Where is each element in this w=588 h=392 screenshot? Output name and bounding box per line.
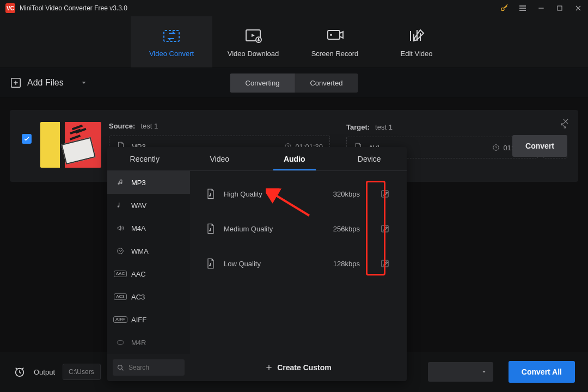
- svg-point-16: [118, 365, 122, 369]
- format-picker: Recently Video Audio Device MP3 WAV M4A …: [107, 147, 407, 381]
- format-picker-tabs: Recently Video Audio Device: [107, 147, 407, 171]
- picker-quality-item[interactable]: High Quality 320kbps: [190, 176, 407, 211]
- picker-quality-item[interactable]: Low Quality 128kbps: [190, 246, 407, 281]
- picker-format-item[interactable]: MP3: [107, 171, 190, 194]
- convert-icon: [162, 27, 181, 45]
- tab-edit-video-label: Edit Video: [400, 50, 432, 58]
- create-custom-label: Create Custom: [277, 363, 332, 372]
- picker-tab-recently[interactable]: Recently: [107, 147, 182, 170]
- window-close-icon[interactable]: [574, 4, 583, 13]
- download-icon: [244, 27, 262, 45]
- target-label: Target:: [346, 123, 370, 131]
- format-search[interactable]: [113, 359, 185, 376]
- search-icon: [117, 364, 124, 371]
- music-note-icon: [115, 201, 126, 210]
- file-thumbnail: [40, 122, 101, 168]
- music-note-icon: [115, 178, 126, 187]
- status-segment: Converting Converted: [230, 74, 358, 93]
- source-filename: test 1: [140, 122, 158, 130]
- picker-format-item[interactable]: AC3 AC3: [107, 285, 190, 308]
- quality-bitrate: 320kbps: [333, 190, 360, 198]
- picker-format-item[interactable]: WAV: [107, 194, 190, 217]
- format-name: AC3: [131, 293, 145, 301]
- tab-edit-video[interactable]: Edit Video: [376, 16, 457, 68]
- menu-icon[interactable]: [518, 4, 527, 13]
- chevron-down-icon[interactable]: [78, 77, 90, 89]
- convert-all-button[interactable]: Convert All: [509, 361, 575, 383]
- target-filename: test 1: [375, 123, 393, 131]
- quality-label: Medium Quality: [224, 225, 273, 233]
- file-checkbox[interactable]: [22, 134, 32, 144]
- edit-icon[interactable]: [379, 223, 390, 234]
- tab-screen-record[interactable]: Screen Record: [294, 16, 376, 68]
- ringtone-icon: [115, 338, 126, 347]
- alarm-icon[interactable]: [13, 365, 26, 378]
- quality-label: Low Quality: [224, 260, 261, 268]
- speaker-icon: [115, 224, 126, 232]
- segment-converting[interactable]: Converting: [230, 74, 295, 93]
- picker-format-item[interactable]: AAC AAC: [107, 262, 190, 285]
- format-name: M4R: [131, 339, 146, 347]
- window-minimize-icon[interactable]: [537, 4, 546, 13]
- add-files-button[interactable]: Add Files: [10, 77, 90, 89]
- tab-video-convert-label: Video Convert: [149, 50, 194, 58]
- quality-bitrate: 128kbps: [333, 260, 360, 268]
- svg-point-6: [330, 34, 332, 36]
- edit-video-icon: [407, 27, 426, 45]
- add-files-icon: [10, 77, 22, 89]
- plus-icon: [265, 364, 273, 371]
- svg-rect-5: [328, 30, 340, 39]
- format-name: WAV: [131, 201, 146, 210]
- output-label: Output: [34, 368, 55, 376]
- picker-tab-video[interactable]: Video: [182, 147, 258, 170]
- picker-format-item[interactable]: WMA: [107, 240, 190, 262]
- format-name: M4A: [131, 224, 146, 232]
- window-maximize-icon[interactable]: [555, 4, 564, 13]
- format-badge-icon: AIFF: [115, 315, 126, 324]
- output-format-dropdown[interactable]: [428, 362, 493, 382]
- app-logo: VC: [5, 3, 15, 13]
- close-icon[interactable]: [562, 118, 569, 125]
- tab-video-download[interactable]: Video Download: [212, 16, 294, 68]
- svg-point-11: [118, 248, 124, 254]
- format-name: AIFF: [131, 316, 146, 324]
- picker-footer: Create Custom: [107, 354, 407, 381]
- picker-tab-audio[interactable]: Audio: [257, 147, 332, 170]
- main-nav: Video Convert Video Download Screen Reco…: [0, 16, 588, 68]
- picker-quality-list: High Quality 320kbps Medium Quality 256k…: [190, 171, 407, 354]
- format-name: MP3: [131, 179, 146, 187]
- key-icon[interactable]: [500, 4, 509, 13]
- picker-format-item[interactable]: M4A: [107, 217, 190, 240]
- titlebar: VC MiniTool Video Converter Free v3.3.0: [0, 0, 588, 16]
- svg-rect-12: [117, 341, 124, 345]
- tab-video-convert[interactable]: Video Convert: [131, 16, 212, 68]
- format-badge-icon: AC3: [115, 292, 126, 301]
- audio-wave-icon: [115, 247, 126, 255]
- format-search-input[interactable]: [128, 364, 177, 371]
- svg-rect-1: [558, 6, 562, 10]
- convert-button[interactable]: Convert: [512, 135, 567, 157]
- picker-tab-device[interactable]: Device: [332, 147, 407, 170]
- source-label: Source:: [109, 122, 135, 130]
- record-icon: [326, 27, 344, 45]
- quality-label: High Quality: [224, 190, 262, 198]
- format-name: AAC: [131, 270, 146, 278]
- format-name: WMA: [131, 247, 149, 255]
- subnav: Add Files Converting Converted: [0, 68, 588, 98]
- edit-icon[interactable]: [379, 188, 390, 199]
- add-files-label: Add Files: [27, 78, 64, 88]
- format-badge-icon: AAC: [115, 270, 126, 278]
- segment-converted[interactable]: Converted: [295, 74, 358, 93]
- tab-video-download-label: Video Download: [228, 50, 279, 58]
- edit-icon[interactable]: [379, 258, 390, 269]
- titlebar-left: VC MiniTool Video Converter Free v3.3.0: [5, 3, 127, 13]
- create-custom-button[interactable]: Create Custom: [190, 363, 407, 372]
- picker-quality-item[interactable]: Medium Quality 256kbps: [190, 211, 407, 246]
- quality-bitrate: 256kbps: [333, 225, 360, 233]
- output-path-field[interactable]: C:\Users: [63, 364, 101, 380]
- picker-format-list[interactable]: MP3 WAV M4A WMA AAC AAC AC3 AC3: [107, 171, 190, 354]
- picker-format-item[interactable]: AIFF AIFF: [107, 308, 190, 331]
- output-path-value: C:\Users: [69, 368, 94, 376]
- picker-format-item[interactable]: M4R: [107, 331, 190, 354]
- clock-icon: [492, 144, 500, 151]
